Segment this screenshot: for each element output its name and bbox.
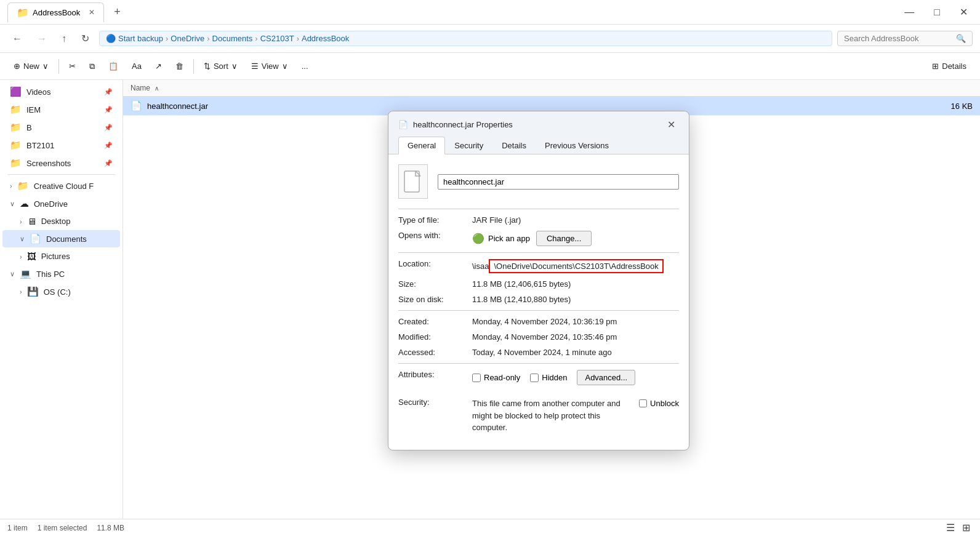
prop-size-on-disk: Size on disk: 11.8 MB (12,410,880 bytes) [398, 295, 679, 304]
divider-1 [398, 209, 679, 209]
prop-location: Location: \isaa \OneDrive\Documents\CS21… [398, 259, 679, 273]
readonly-label: Read-only [484, 373, 520, 382]
readonly-checkbox-label[interactable]: Read-only [472, 373, 520, 382]
prop-label-created: Created: [398, 317, 472, 326]
tab-previous-versions[interactable]: Previous Versions [536, 137, 618, 154]
security-row: This file came from another computer and… [472, 398, 679, 434]
prop-created: Created: Monday, 4 November 2024, 10:36:… [398, 317, 679, 326]
divider-3 [398, 310, 679, 311]
prop-attributes: Attributes: Read-only Hidden Advanced... [398, 370, 679, 391]
app-name: Pick an app [488, 234, 530, 243]
attributes-row: Read-only Hidden Advanced... [472, 370, 635, 385]
prop-size: Size: 11.8 MB (12,406,615 bytes) [398, 279, 679, 289]
dialog-overlay: 📄 healthconnect.jar Properties ✕ General… [0, 0, 980, 536]
tab-security[interactable]: Security [445, 137, 492, 154]
dialog-tabs: General Security Details Previous Versio… [388, 132, 689, 154]
prop-label-attributes: Attributes: [398, 370, 472, 379]
location-prefix: \isaa [472, 262, 489, 271]
location-path: \OneDrive\Documents\CS2103T\AddressBook [489, 259, 663, 273]
unblock-checkbox-label[interactable]: Unblock [639, 399, 679, 408]
prop-label-security: Security: [398, 398, 472, 407]
prop-value-modified: Monday, 4 November 2024, 10:35:46 pm [472, 332, 679, 342]
hidden-checkbox[interactable] [530, 374, 539, 382]
dialog-file-icon: 📄 [398, 120, 408, 129]
dialog-title-bar: 📄 healthconnect.jar Properties ✕ [388, 111, 689, 132]
divider-2 [398, 252, 679, 253]
prop-label-modified: Modified: [398, 332, 472, 342]
prop-accessed: Accessed: Today, 4 November 2024, 1 minu… [398, 348, 679, 357]
dialog-title-text: healthconnect.jar Properties [413, 120, 513, 129]
tab-details[interactable]: Details [492, 137, 536, 154]
prop-label-size: Size: [398, 279, 472, 289]
readonly-checkbox[interactable] [472, 374, 481, 382]
unblock-label-text: Unblock [650, 399, 679, 408]
prop-value-created: Monday, 4 November 2024, 10:36:19 pm [472, 317, 679, 326]
opens-app: 🟢 Pick an app [472, 233, 530, 244]
prop-value-size-on-disk: 11.8 MB (12,410,880 bytes) [472, 295, 679, 304]
divider-4 [398, 363, 679, 364]
location-value: \isaa \OneDrive\Documents\CS2103T\Addres… [472, 259, 664, 273]
advanced-button[interactable]: Advanced... [577, 370, 635, 385]
prop-label-type: Type of file: [398, 215, 472, 225]
app-icon: 🟢 [472, 233, 484, 244]
security-text: This file came from another computer and… [472, 398, 632, 434]
prop-value-size: 11.8 MB (12,406,615 bytes) [472, 279, 679, 289]
prop-label-accessed: Accessed: [398, 348, 472, 357]
prop-security: Security: This file came from another co… [398, 398, 679, 434]
prop-opens-with: Opens with: 🟢 Pick an app Change... [398, 231, 679, 246]
dialog-body: Type of file: JAR File (.jar) Opens with… [388, 154, 689, 450]
file-name-input[interactable] [438, 174, 679, 190]
prop-label-size-on-disk: Size on disk: [398, 295, 472, 304]
hidden-label: Hidden [542, 373, 567, 382]
hidden-checkbox-label[interactable]: Hidden [530, 373, 567, 382]
prop-label-location: Location: [398, 259, 472, 268]
tab-general[interactable]: General [398, 137, 445, 154]
properties-dialog: 📄 healthconnect.jar Properties ✕ General… [388, 111, 689, 450]
prop-type-of-file: Type of file: JAR File (.jar) [398, 215, 679, 225]
prop-modified: Modified: Monday, 4 November 2024, 10:35… [398, 332, 679, 342]
prop-label-opens: Opens with: [398, 231, 472, 240]
file-preview [398, 164, 679, 199]
preview-icon [398, 164, 428, 199]
prop-value-accessed: Today, 4 November 2024, 1 minute ago [472, 348, 679, 357]
unblock-checkbox[interactable] [639, 399, 647, 407]
svg-rect-0 [404, 171, 419, 192]
dialog-close-button[interactable]: ✕ [664, 118, 679, 132]
dialog-title: 📄 healthconnect.jar Properties [398, 120, 513, 129]
prop-value-type: JAR File (.jar) [472, 215, 679, 225]
change-button[interactable]: Change... [536, 231, 592, 246]
opens-with-row: 🟢 Pick an app Change... [472, 231, 592, 246]
